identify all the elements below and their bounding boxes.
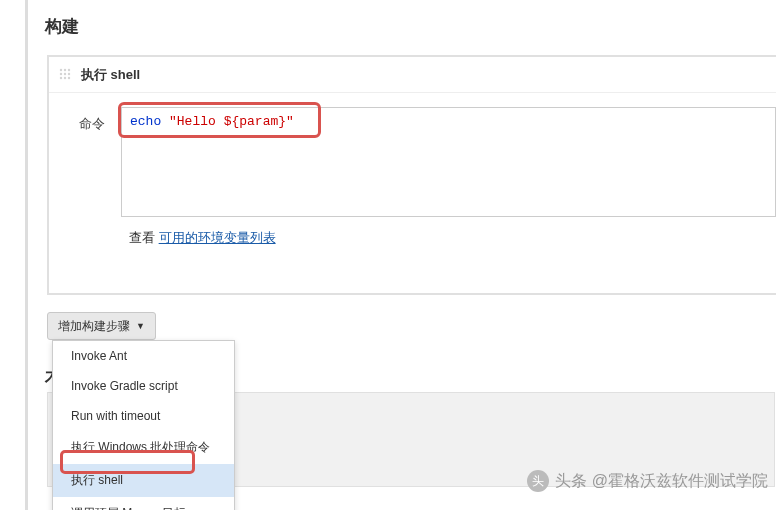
build-step-header: 执行 shell: [49, 57, 776, 93]
svg-point-2: [68, 68, 70, 70]
svg-point-7: [64, 76, 66, 78]
svg-point-1: [64, 68, 66, 70]
svg-point-3: [60, 72, 62, 74]
dropdown-item-invoke-gradle[interactable]: Invoke Gradle script: [53, 371, 234, 401]
watermark-icon: 头: [527, 470, 549, 492]
command-row: 命令 echo "Hello ${param}": [49, 93, 776, 217]
drag-handle-icon[interactable]: [59, 68, 73, 82]
build-step-block: 执行 shell 命令 echo "Hello ${param}" 查看 可用的…: [47, 55, 776, 295]
svg-point-0: [60, 68, 62, 70]
help-prefix: 查看: [129, 230, 159, 245]
left-border: [25, 0, 28, 510]
add-step-dropdown: Invoke Ant Invoke Gradle script Run with…: [52, 340, 235, 510]
command-label: 命令: [79, 115, 121, 133]
dropdown-item-windows-batch[interactable]: 执行 Windows 批处理命令: [53, 431, 234, 464]
dropdown-item-execute-shell[interactable]: 执行 shell: [53, 464, 234, 497]
watermark: 头 头条 @霍格沃兹软件测试学院: [527, 470, 768, 492]
dropdown-item-invoke-ant[interactable]: Invoke Ant: [53, 341, 234, 371]
help-text: 查看 可用的环境变量列表: [129, 229, 776, 247]
svg-point-5: [68, 72, 70, 74]
add-build-step-label: 增加构建步骤: [58, 318, 130, 335]
caret-down-icon: ▼: [136, 321, 145, 331]
svg-point-6: [60, 76, 62, 78]
command-input[interactable]: echo "Hello ${param}": [121, 107, 776, 217]
build-step-title: 执行 shell: [81, 66, 140, 84]
watermark-prefix: 头条 @: [555, 471, 608, 492]
watermark-text: 霍格沃兹软件测试学院: [608, 471, 768, 492]
add-build-step-button[interactable]: 增加构建步骤 ▼: [47, 312, 156, 340]
dropdown-item-run-timeout[interactable]: Run with timeout: [53, 401, 234, 431]
svg-point-8: [68, 76, 70, 78]
build-section-title: 构建: [45, 15, 79, 38]
env-vars-link[interactable]: 可用的环境变量列表: [159, 230, 276, 245]
dropdown-item-maven-top[interactable]: 调用顶层 Maven 目标: [53, 497, 234, 510]
svg-point-4: [64, 72, 66, 74]
